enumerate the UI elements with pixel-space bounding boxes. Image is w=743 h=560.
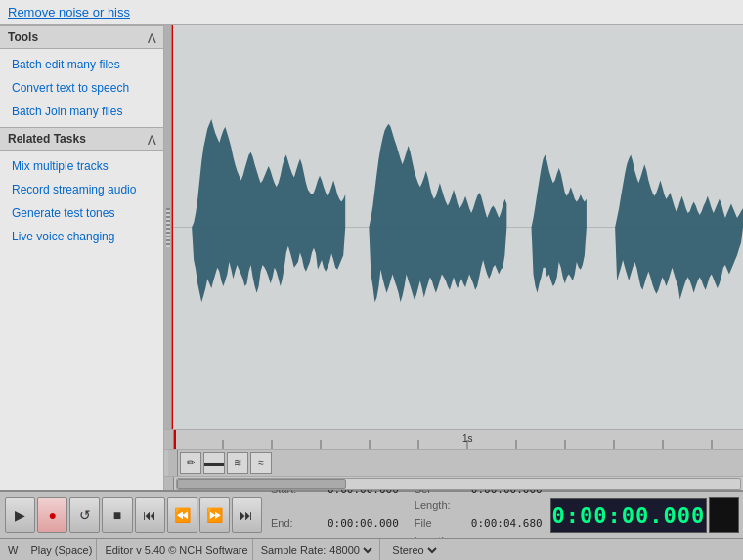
ruler-marks: 1s: [174, 430, 743, 449]
sidebar-item-gen-tones[interactable]: Generate test tones: [0, 201, 163, 225]
rewind-icon: ↺: [79, 507, 91, 523]
skip-forward-button[interactable]: ⏭: [232, 497, 262, 533]
waveform-svg: [172, 25, 743, 429]
record-icon: ●: [48, 507, 56, 523]
track-area: [164, 25, 743, 429]
svg-text:1s: 1s: [462, 433, 473, 444]
waveform-container[interactable]: [172, 25, 743, 429]
sample-rate-select[interactable]: 48000 44100 22050: [326, 543, 375, 557]
fast-back-icon: ⏪: [174, 507, 191, 523]
sidebar-item-batch-join[interactable]: Batch Join many files: [0, 100, 163, 123]
spectral-view-btn-2[interactable]: ≈: [250, 452, 272, 474]
status-editor-segment: Editor v 5.40 © NCH Software: [101, 539, 252, 560]
tools-section-title: Tools: [8, 30, 38, 44]
sidebar-item-live-voice[interactable]: Live voice changing: [0, 225, 163, 248]
play-icon: ▶: [15, 507, 25, 523]
sidebar-item-batch-edit[interactable]: Batch edit many files: [0, 53, 163, 76]
large-time-value: 0:00:00.000: [551, 503, 705, 528]
waveform-view-btn[interactable]: ▬▬: [203, 452, 225, 474]
tools-collapse-icon[interactable]: ⋀: [148, 32, 155, 43]
status-channels-segment: Stereo Mono: [384, 539, 444, 560]
main-area: Tools ⋀ Batch edit many files Convert te…: [0, 25, 743, 490]
status-key-segment: W: [4, 539, 22, 560]
record-button[interactable]: ●: [37, 497, 67, 533]
related-tasks-links: Mix multiple tracks Record streaming aud…: [0, 151, 163, 252]
fast-forward-button[interactable]: ⏩: [199, 497, 230, 533]
status-sample-rate-label: Sample Rate:: [261, 544, 327, 556]
tools-section-header: Tools ⋀: [0, 25, 163, 49]
fast-forward-icon: ⏩: [206, 507, 223, 523]
related-tasks-section-title: Related Tasks: [8, 132, 86, 146]
play-button[interactable]: ▶: [5, 497, 35, 533]
channels-select[interactable]: Stereo Mono: [388, 543, 440, 557]
scrollbar-track[interactable]: [176, 478, 741, 490]
tools-links: Batch edit many files Convert text to sp…: [0, 49, 163, 127]
related-tasks-collapse-icon[interactable]: ⋀: [148, 134, 155, 145]
stop-icon: ■: [113, 507, 121, 523]
related-tasks-section-header: Related Tasks ⋀: [0, 127, 163, 151]
status-key: W: [8, 544, 18, 556]
spectral-view-btn-1[interactable]: ≋: [227, 452, 248, 474]
drag-handle-dots: [166, 208, 170, 247]
skip-back-icon: ⏮: [143, 507, 156, 523]
transport-bar: ▶ ● ↺ ■ ⏮ ⏪ ⏩ ⏭ Start: 0:00:00.000 Sel L…: [0, 490, 743, 538]
track-drag-handle[interactable]: [164, 25, 172, 429]
skip-forward-icon: ⏭: [240, 507, 253, 523]
ruler-spacer: [164, 430, 174, 449]
content-area: 1s ✏ ▬▬ ≋ ≈: [164, 25, 743, 490]
skip-back-button[interactable]: ⏮: [135, 497, 165, 533]
pencil-tool-btn[interactable]: ✏: [180, 452, 201, 474]
rewind-button[interactable]: ↺: [69, 497, 100, 533]
scroll-spacer: [164, 477, 174, 490]
level-meter: [709, 497, 739, 533]
status-bar: W Play (Space) Editor v 5.40 © NCH Softw…: [0, 538, 743, 560]
status-editor-label: Editor v 5.40 © NCH Software: [105, 544, 247, 556]
large-time-display: 0:00:00.000: [550, 498, 707, 533]
sidebar-item-record-streaming[interactable]: Record streaming audio: [0, 178, 163, 201]
waveform-toolbar: ✏ ▬▬ ≋ ≈: [164, 449, 743, 476]
fast-back-button[interactable]: ⏪: [167, 497, 197, 533]
toolbar-spacer: [168, 450, 178, 476]
stop-button[interactable]: ■: [102, 497, 132, 533]
status-play-segment: Play (Space): [26, 539, 97, 560]
scrollbar-thumb[interactable]: [177, 479, 346, 489]
sidebar-item-mix-tracks[interactable]: Mix multiple tracks: [0, 154, 163, 178]
horizontal-scrollbar[interactable]: [164, 476, 743, 490]
status-sample-rate-segment: Sample Rate: 48000 44100 22050: [257, 539, 381, 560]
status-play-label: Play (Space): [30, 544, 92, 556]
timeline-ruler: 1s: [164, 429, 743, 449]
top-task-link[interactable]: Remove noise or hiss: [0, 0, 743, 25]
sidebar-item-convert-tts[interactable]: Convert text to speech: [0, 76, 163, 100]
sidebar: Tools ⋀ Batch edit many files Convert te…: [0, 25, 164, 490]
